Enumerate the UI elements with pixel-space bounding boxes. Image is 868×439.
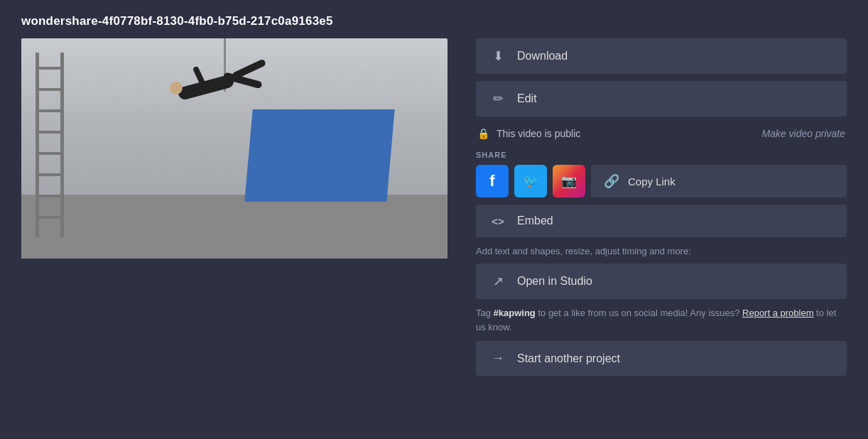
visibility-status: 🔒 This video is public	[477, 128, 580, 139]
instagram-icon: 📷	[561, 173, 577, 189]
copy-link-button[interactable]: 🔗 Copy Link	[591, 165, 847, 197]
visibility-row: 🔒 This video is public Make video privat…	[476, 124, 847, 143]
open-in-studio-button[interactable]: ↗ Open in Studio	[476, 264, 847, 299]
report-problem-link[interactable]: Report a problem	[742, 308, 813, 318]
video-thumbnail	[21, 38, 447, 259]
download-icon: ⬇	[490, 48, 506, 64]
twitter-share-button[interactable]: 🐦	[514, 165, 547, 197]
facebook-share-button[interactable]: f	[476, 165, 509, 197]
share-section: SHARE f 🐦 📷 🔗	[476, 151, 847, 197]
main-content: ⬇ Download ✏ Edit 🔒 This video is public…	[21, 38, 847, 376]
instagram-share-button[interactable]: 📷	[553, 165, 585, 197]
hashtag-kapwing: #kapwing	[494, 308, 536, 318]
studio-description: Add text and shapes, resize, adjust timi…	[476, 246, 847, 256]
share-label: SHARE	[476, 151, 847, 159]
edit-icon: ✏	[490, 91, 506, 107]
video-panel	[21, 38, 447, 259]
twitter-icon: 🐦	[523, 173, 538, 189]
start-another-project-button[interactable]: → Start another project	[476, 341, 847, 376]
make-private-link[interactable]: Make video private	[761, 128, 845, 139]
share-buttons-row: f 🐦 📷 🔗 Copy Link	[476, 165, 847, 197]
embed-icon: <>	[490, 215, 506, 227]
lock-icon: 🔒	[477, 128, 489, 139]
chain-icon: 🔗	[604, 173, 619, 189]
tag-text: Tag #kapwing to get a like from us on so…	[476, 306, 847, 334]
download-button[interactable]: ⬇ Download	[476, 38, 847, 74]
controls-panel: ⬇ Download ✏ Edit 🔒 This video is public…	[476, 38, 847, 376]
embed-button[interactable]: <> Embed	[476, 205, 847, 237]
arrow-right-icon: →	[490, 351, 506, 366]
facebook-icon: f	[489, 172, 494, 190]
external-link-icon: ↗	[490, 273, 506, 289]
edit-button[interactable]: ✏ Edit	[476, 81, 847, 116]
page-title: wondershare-4f0778bf-8130-4fb0-b75d-217c…	[21, 14, 847, 28]
